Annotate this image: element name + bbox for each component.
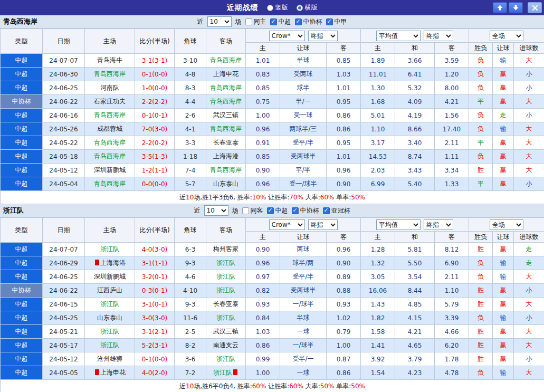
result-cell: 胜 [469, 298, 493, 311]
home-team-cell: 上海海港 [85, 256, 135, 270]
result-cell: 负 [469, 270, 493, 284]
match-count-select[interactable]: 10 [204, 205, 228, 216]
home-team-cell: 青岛海牛 [85, 54, 135, 68]
euro-away-odds: 1.56 [435, 109, 469, 122]
match-row: 中超24-06-29上海海港3-1(1-1)9-3浙江队0.96球半/两0.90… [1, 256, 544, 270]
away-team-cell: 浙江队 [206, 352, 246, 366]
match-count-select[interactable]: 10 [207, 16, 232, 27]
col-asian-home: 主 [246, 43, 280, 54]
home-team-cell: 沧州雄狮 [85, 352, 135, 366]
team-name: 武汉三镇 [213, 111, 238, 119]
team-name: 河南队 [100, 84, 119, 91]
asian-away-odds: 1.01 [327, 150, 361, 164]
result-cell: 胜 [469, 325, 493, 339]
asian-home-odds: 0.83 [246, 68, 280, 81]
date-cell: 24-07-07 [43, 54, 85, 68]
checkbox-icon [267, 207, 274, 214]
result-header: 全场 [469, 29, 544, 43]
final-index-select-asian[interactable]: 终指 [308, 219, 338, 230]
checkbox-label: 中协杯 [303, 17, 322, 26]
date-cell: 24-05-12 [43, 164, 85, 177]
close-button[interactable] [528, 2, 542, 13]
score-cell: 3-1(2-1) [135, 325, 175, 339]
scope-select[interactable]: 全场 [490, 219, 523, 230]
asian-home-odds: 0.85 [246, 81, 280, 95]
away-team-cell: 山东泰山 [206, 177, 246, 191]
final-index-select-euro[interactable]: 终指 [424, 31, 453, 41]
bookmaker-select[interactable]: Crow* [269, 219, 305, 230]
team-name: 上海海港 [100, 259, 126, 266]
team-name: 长春亚泰 [213, 300, 238, 308]
euro-home-odds: 1.30 [361, 81, 395, 95]
layout-radio-vertical[interactable]: 竖版 [267, 3, 288, 12]
asian-home-odds: 0.75 [246, 95, 280, 109]
team-name: 沧州雄狮 [97, 355, 122, 362]
league-checkbox-csl[interactable]: 中超 [267, 206, 288, 215]
type-cell: 中超 [1, 109, 43, 122]
match-row: 中超24-05-04青岛西海岸0-0(0-0)5-7山东泰山0.96受一/球半0… [1, 177, 544, 191]
league-checkbox-fa-cup[interactable]: 中协杯 [292, 206, 319, 215]
average-select[interactable]: 平均值 [376, 219, 421, 230]
summary-text: 场,胜1平3负6, 胜率: [194, 194, 252, 201]
section-filter-bar: 青岛西海岸 近 10 场 同主 中超 中协杯 中甲 [0, 15, 544, 28]
goals-result-cell: 大 [514, 54, 544, 68]
away-team-cell: 上海海港 [206, 150, 246, 164]
final-index-select-asian[interactable]: 终指 [308, 31, 338, 41]
scroll-up-button[interactable] [493, 2, 507, 13]
col-score: 比分(半场) [135, 29, 175, 54]
type-cell: 中超 [1, 325, 43, 339]
score-cell: 3-1(0-1) [135, 298, 175, 311]
same-venue-checkbox[interactable]: 同客 [242, 206, 263, 215]
result-cell: 胜 [469, 164, 493, 177]
corners-cell: 3-3 [175, 136, 206, 150]
goals-result-cell: 大 [514, 298, 544, 311]
handicap-cell: 两球 [280, 243, 327, 256]
same-venue-checkbox[interactable]: 同主 [245, 17, 266, 26]
league-checkbox-fa-cup[interactable]: 中协杯 [295, 17, 322, 26]
league-checkbox-league-one[interactable]: 中甲 [326, 17, 347, 26]
euro-away-odds: 8.12 [435, 243, 469, 256]
team-name: 青岛西海岸 [94, 70, 126, 78]
date-cell: 24-05-26 [43, 122, 85, 136]
asian-home-odds: 0.97 [246, 270, 280, 284]
asian-away-odds: 0.87 [327, 352, 361, 366]
goals-result-cell: 大 [514, 339, 544, 352]
result-cell: 负 [469, 68, 493, 81]
goals-result-cell: 大 [514, 150, 544, 164]
layout-radio-horizontal[interactable]: 横版 [297, 3, 318, 12]
corners-cell: 8-2 [175, 339, 206, 352]
col-away: 客场 [206, 29, 246, 54]
euro-odds-header: 平均值终指 [361, 29, 469, 43]
goals-result-cell: 小 [514, 352, 544, 366]
score-cell: 0-1(0-0) [135, 352, 175, 366]
team-name: 浙江队 [100, 245, 119, 253]
asian-home-odds: 1.00 [246, 109, 280, 122]
away-team-cell: 浙江队 [206, 256, 246, 270]
away-team-cell: 武汉三镇 [206, 325, 246, 339]
scope-select[interactable]: 全场 [490, 31, 523, 41]
away-team-cell: 长春亚泰 [206, 298, 246, 311]
goals-result-cell: 小 [514, 109, 544, 122]
scroll-down-button[interactable] [509, 2, 523, 13]
bookmaker-select[interactable]: Crow* [269, 31, 305, 41]
match-row: 中超24-06-15浙江队3-1(0-1)9-3长春亚泰0.93一/球半0.93… [1, 298, 544, 311]
checkbox-icon [326, 18, 333, 25]
team-name: 上海申花 [213, 70, 238, 78]
average-select[interactable]: 平均值 [376, 31, 421, 41]
type-cell: 中超 [1, 68, 43, 81]
score-cell: 0-0(0-0) [135, 177, 175, 191]
corners-cell: 4-10 [175, 284, 206, 298]
final-index-select-euro[interactable]: 终指 [424, 219, 453, 230]
league-checkbox-csl[interactable]: 中超 [270, 17, 291, 26]
summary-text: 大率: [303, 194, 320, 201]
league-checkbox-acl[interactable]: 亚冠杯 [323, 206, 350, 215]
team-name: 青岛西海岸 [210, 125, 242, 132]
team-name: 浙江队 [216, 355, 235, 362]
team-name: 长春亚泰 [213, 139, 238, 146]
euro-draw-odds: 4.85 [395, 298, 435, 311]
euro-home-odds: 16.06 [361, 284, 395, 298]
away-team-cell: 浙江队 [206, 284, 246, 298]
red-card-icon [233, 369, 237, 375]
corners-cell: 7-4 [175, 164, 206, 177]
goals-result-cell: 大 [514, 366, 544, 380]
